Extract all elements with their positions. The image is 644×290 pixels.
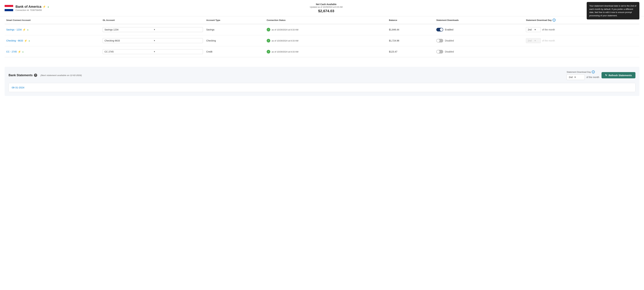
net-cash-updated: Updated as of 10/29/2024 at 8:33 AM <box>49 6 603 8</box>
status-text-savings-1234: as of 10/29/2024 at 8:33 AM <box>272 28 298 31</box>
arrow-up-icon-checking-6633: ▲ <box>28 40 30 42</box>
statement-date-item: 08-31-2024 <box>12 86 632 89</box>
day-chevron-icon-savings-1234: ▼ <box>534 28 539 31</box>
toggle-wrap-cc-2745: Disabled <box>436 50 522 53</box>
statement-dates-container: 08-31-2024 <box>12 86 632 89</box>
account-link-checking-6633[interactable]: Checking - 6633 ⚡ ▲ <box>6 39 99 42</box>
stmt-day-select[interactable]: 2nd ▼ <box>566 74 585 80</box>
balance-cc-2745: $123.47 <box>388 46 435 57</box>
account-type-checking-6633: Checking <box>204 35 265 46</box>
stmt-day-value: 2nd <box>569 76 572 78</box>
col-account-type: Account Type <box>204 16 265 24</box>
toggle-label-savings-1234: Enabled <box>445 28 453 31</box>
gl-chevron-icon-checking-6633: ▼ <box>154 39 201 42</box>
table-row: Savings - 1234 ⚡ ▲ Savings 1234 ▼ Saving… <box>4 24 640 35</box>
arrow-up-icon: ▲ <box>47 5 49 8</box>
day-empty-cc-2745 <box>524 46 640 57</box>
bank-logo-section: Bank of America ⚡ ▲ Connection Id: 70367… <box>4 5 49 11</box>
toggle-label-checking-6633: Disabled <box>445 39 454 42</box>
of-month-checking-6633: of the month <box>542 39 555 42</box>
bottom-spacer <box>8 92 636 96</box>
gl-value-cc-2745: CC 2745 <box>104 50 152 53</box>
statements-section: Bank Statements ? (Next statement availa… <box>4 67 640 96</box>
stmt-section-info-icon[interactable]: i <box>592 70 595 73</box>
stmt-day-chevron-icon: ▼ <box>574 76 576 78</box>
account-type-cc-2745: Credit <box>204 46 265 57</box>
col-connection-status: Connection Status <box>265 16 388 24</box>
statements-title-group: Bank Statements ? (Next statement availa… <box>8 74 82 77</box>
toggle-cc-2745[interactable] <box>436 50 443 53</box>
net-cash-label: Net Cash Available <box>49 3 603 5</box>
day-value-checking-6633: 2nd <box>528 39 533 42</box>
arrow-up-icon-savings-1234: ▲ <box>27 29 29 31</box>
lightning-icon-savings-1234: ⚡ <box>22 28 26 31</box>
col-gl-account: GL Account <box>101 16 204 24</box>
gl-chevron-icon-cc-2745: ▼ <box>154 50 201 53</box>
status-cell-cc-2745: ✓ as of 10/29/2024 at 8:33 AM <box>267 50 386 53</box>
bank-name: Bank of America ⚡ ▲ <box>16 5 49 8</box>
gl-select-cc-2745[interactable]: CC 2745 ▼ <box>102 49 203 54</box>
lightning-icon-cc-2745: ⚡ <box>18 50 21 53</box>
connection-id: Connection Id: 7036758456 <box>16 9 49 11</box>
bank-info: Bank of America ⚡ ▲ Connection Id: 70367… <box>16 5 49 11</box>
stmt-download-day-label-group: Statement Download Day i 2nd ▼ of the mo… <box>566 70 599 80</box>
next-statement-text: (Next statement available on 12-02-2024) <box>40 74 82 76</box>
statements-list: 08-31-2024 <box>8 83 636 92</box>
svg-rect-1 <box>4 7 13 9</box>
net-cash-amount: $2,674.03 <box>49 9 603 13</box>
statement-date-link-0[interactable]: 08-31-2024 <box>12 86 24 89</box>
svg-rect-2 <box>4 9 13 11</box>
lightning-icon-checking-6633: ⚡ <box>24 39 27 42</box>
account-link-cc-2745[interactable]: CC - 2745 ⚡ ▲ <box>6 50 99 53</box>
day-select-wrap-savings-1234: 2nd ▼ of the month <box>526 27 638 32</box>
page-header: Bank of America ⚡ ▲ Connection Id: 70367… <box>0 0 644 16</box>
toggle-label-cc-2745: Disabled <box>445 50 454 53</box>
toggle-wrap-checking-6633: Disabled <box>436 39 522 42</box>
gl-value-checking-6633: Checking 6633 <box>104 39 152 42</box>
tooltip-text: Your statement download date is set to t… <box>589 4 636 17</box>
col-stmt-downloads: Statement Downloads <box>435 16 524 24</box>
statement-tooltip: Your statement download date is set to t… <box>587 2 640 19</box>
status-check-icon-checking-6633: ✓ <box>267 39 270 42</box>
net-cash-section: Net Cash Available Updated as of 10/29/2… <box>49 3 603 13</box>
gl-select-savings-1234[interactable]: Savings 1234 ▼ <box>102 27 203 32</box>
statements-controls: Statement Download Day i 2nd ▼ of the mo… <box>566 70 636 80</box>
refresh-btn-label: Refresh Statements <box>608 74 632 77</box>
toggle-checking-6633[interactable] <box>436 39 443 42</box>
account-type-savings-1234: Savings <box>204 24 265 35</box>
lightning-icon: ⚡ <box>43 5 46 8</box>
gl-chevron-icon-savings-1234: ▼ <box>154 28 201 31</box>
toggle-savings-1234[interactable] <box>436 28 443 31</box>
day-select-wrap-checking-6633: 2nd ▼ of the month <box>526 38 638 43</box>
day-chevron-icon-checking-6633: ▼ <box>534 39 539 42</box>
of-month-savings-1234: of the month <box>542 28 555 31</box>
col-balance: Balance <box>388 16 435 24</box>
stmt-of-month: of the month <box>586 76 599 78</box>
toggle-wrap-savings-1234: Enabled <box>436 28 522 31</box>
refresh-statements-button[interactable]: ↻ Refresh Statements <box>602 72 636 78</box>
accounts-table: Smart Connect Account GL Account Account… <box>4 16 640 57</box>
status-cell-savings-1234: ✓ as of 10/29/2024 at 8:33 AM <box>267 28 386 31</box>
bank-statements-label: Bank Statements <box>8 74 32 77</box>
account-name-savings-1234: Savings - 1234 <box>6 28 22 31</box>
refresh-icon: ↻ <box>605 74 607 77</box>
day-select-checking-6633: 2nd ▼ <box>526 38 541 43</box>
bank-statements-help-icon[interactable]: ? <box>34 74 37 77</box>
account-name-checking-6633: Checking - 6633 <box>6 39 23 42</box>
balance-checking-6633: $1,724.98 <box>388 35 435 46</box>
day-value-savings-1234: 2nd <box>528 28 533 31</box>
status-cell-checking-6633: ✓ as of 10/29/2024 at 8:33 AM <box>267 39 386 42</box>
balance-savings-1234: $1,846.44 <box>388 24 435 35</box>
stmt-download-day-label: Statement Download Day i <box>566 70 599 73</box>
status-check-icon-cc-2745: ✓ <box>267 50 270 53</box>
statements-header: Bank Statements ? (Next statement availa… <box>8 70 636 80</box>
status-text-cc-2745: as of 10/29/2024 at 8:33 AM <box>272 50 298 53</box>
spacer <box>0 57 644 62</box>
stmt-download-day-info-icon[interactable]: i <box>552 18 556 21</box>
arrow-up-icon-cc-2745: ▲ <box>22 51 24 53</box>
table-row: CC - 2745 ⚡ ▲ CC 2745 ▼ Credit ✓ as of 1… <box>4 46 640 57</box>
gl-select-checking-6633[interactable]: Checking 6633 ▼ <box>102 38 203 43</box>
svg-rect-0 <box>4 5 13 7</box>
day-select-savings-1234[interactable]: 2nd ▼ <box>526 27 541 32</box>
account-link-savings-1234[interactable]: Savings - 1234 ⚡ ▲ <box>6 28 99 31</box>
